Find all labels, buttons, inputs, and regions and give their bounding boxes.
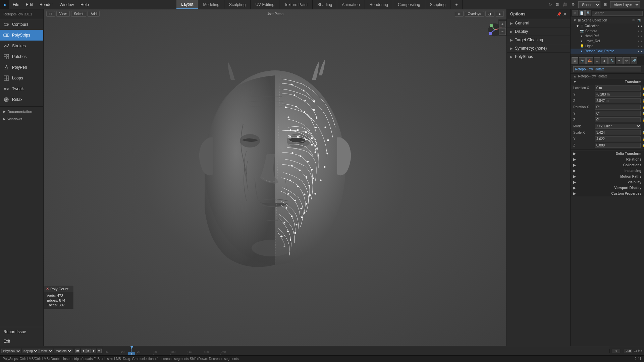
sidebar-item-relax[interactable]: Relax — [0, 94, 43, 105]
custom-properties-section[interactable]: ▶ Custom Properties — [571, 191, 644, 196]
obj-camera[interactable]: 📷 Camera ● ● — [571, 28, 644, 34]
layer-ref-eye[interactable]: ● — [638, 40, 639, 43]
tab-modeling[interactable]: Modeling — [198, 0, 224, 9]
scene-collection-eye[interactable]: 👁 — [632, 18, 635, 22]
scene-collection-header[interactable]: ▼ ⊞ Scene Collection 👁 📷 — [571, 17, 644, 23]
scale-z-lock[interactable]: 🔒 — [642, 144, 644, 147]
viewport-add-btn[interactable]: Add — [88, 11, 100, 17]
jump-end-btn[interactable]: ⏭ — [97, 349, 102, 353]
instancing-section[interactable]: ▶ Instancing — [571, 168, 644, 174]
tab-add[interactable]: + — [450, 0, 463, 9]
prop-icon-scene[interactable]: ⚙ — [572, 57, 578, 64]
viewport-menu-btn[interactable]: ⊟ — [46, 11, 55, 17]
light-eye[interactable]: ● — [638, 45, 639, 48]
viewport-shading-btn[interactable]: ◑ — [485, 11, 494, 17]
poly-count-close[interactable]: ✕ — [46, 287, 49, 291]
frp-icon-1[interactable]: ⊞ — [572, 10, 578, 16]
frp-icon-3[interactable]: 🔍 — [585, 10, 591, 16]
retopoflow-eye[interactable]: ● — [638, 50, 639, 53]
camera-icon[interactable]: 🎥 — [561, 2, 570, 7]
motion-paths-section[interactable]: ▶ Motion Paths — [571, 174, 644, 179]
start-frame-input[interactable] — [612, 349, 620, 353]
tab-compositing[interactable]: Compositing — [393, 0, 425, 9]
sidebar-item-polystrips[interactable]: PolyStrips — [0, 30, 43, 41]
timeline-ruler[interactable]: -60 -20 20 60 100 140 180 220 — [103, 346, 609, 355]
tab-uv-editing[interactable]: UV Editing — [251, 0, 279, 9]
viewport-view-btn[interactable]: View — [56, 11, 70, 17]
prev-frame-btn[interactable]: ◀ — [81, 349, 86, 353]
prop-icon-render[interactable]: 📷 — [579, 57, 586, 64]
viewport[interactable]: ⊟ View Select Add User Persp ⊕ Overlays … — [44, 9, 506, 346]
rotation-x-lock[interactable]: 🔒 — [642, 106, 644, 109]
head-ref-render[interactable]: ● — [641, 35, 643, 38]
head-ref-eye[interactable]: ● — [638, 35, 639, 38]
collections-section[interactable]: ▶ Collections — [571, 162, 644, 168]
scale-x-lock[interactable]: 🔒 — [642, 131, 644, 134]
location-z-input[interactable] — [595, 98, 641, 103]
tab-scripting[interactable]: Scripting — [425, 0, 451, 9]
sidebar-item-patches[interactable]: Patches — [0, 51, 43, 62]
collection-eye[interactable]: ● — [638, 24, 639, 28]
scale-y-input[interactable] — [595, 136, 641, 141]
options-polystrips[interactable]: ▶ PolyStrips — [507, 53, 570, 61]
menu-help[interactable]: Help — [77, 0, 92, 9]
visibility-section[interactable]: ▶ Visibility — [571, 179, 644, 185]
sidebar-report-issue[interactable]: Report Issue — [0, 327, 43, 337]
options-display[interactable]: ▶ Display — [507, 27, 570, 36]
options-close-btn[interactable]: ✕ — [563, 11, 567, 17]
tab-shading[interactable]: Shading — [313, 0, 337, 9]
location-x-lock[interactable]: 🔒 — [642, 86, 644, 90]
prop-icon-output[interactable]: 📤 — [586, 57, 593, 64]
location-z-lock[interactable]: 🔒 — [642, 99, 644, 103]
options-symmetry[interactable]: ▶ Symmetry: (none) — [507, 44, 570, 53]
collection-item[interactable]: ▼ ⊞ Collection ● ● — [571, 23, 644, 28]
viewport-select-btn[interactable]: Select — [71, 11, 87, 17]
transform-section[interactable]: ▼ Transform — [571, 79, 644, 85]
prop-icon-constraints[interactable]: 🔗 — [631, 57, 637, 64]
prop-icon-particles[interactable]: ✦ — [616, 57, 623, 64]
menu-edit[interactable]: Edit — [22, 0, 36, 9]
sidebar-exit[interactable]: Exit — [0, 337, 43, 346]
light-render[interactable]: ● — [641, 45, 643, 48]
render-image-icon[interactable]: ⊡ — [554, 2, 561, 7]
scene-collection-camera[interactable]: 📷 — [637, 18, 641, 22]
camera-eye[interactable]: ● — [638, 29, 639, 33]
sidebar-item-polypen[interactable]: PolyPen — [0, 62, 43, 73]
obj-retopoflow[interactable]: ▲ RetopoFlow_Rotate ● ● — [571, 49, 644, 54]
object-name-input[interactable] — [573, 66, 641, 72]
end-frame-input[interactable] — [624, 349, 632, 353]
scale-x-input[interactable] — [595, 130, 641, 135]
delta-transform-section[interactable]: ▶ Delta Transform — [571, 151, 644, 157]
rotation-y-input[interactable] — [595, 111, 641, 116]
frp-search-input[interactable] — [592, 11, 643, 16]
sidebar-item-contours[interactable]: Contours — [0, 19, 43, 30]
rotation-x-input[interactable] — [595, 105, 641, 110]
menu-file[interactable]: File — [9, 0, 22, 9]
zoom-in-btn[interactable]: + — [499, 21, 506, 27]
prop-icon-object[interactable]: ▲ — [601, 57, 608, 64]
camera-render[interactable]: ● — [641, 29, 643, 33]
retopoflow-render[interactable]: ● — [641, 50, 643, 53]
relations-section[interactable]: ▶ Relations — [571, 157, 644, 162]
pin-icon[interactable]: 📌 — [557, 12, 561, 16]
location-x-input[interactable] — [595, 85, 641, 90]
viewport-gizmo-btn[interactable]: ⊕ — [455, 11, 464, 17]
jump-start-btn[interactable]: ⏮ — [75, 349, 80, 353]
tab-layout[interactable]: Layout — [176, 0, 198, 9]
render-icon[interactable]: ▷ — [547, 2, 554, 7]
scale-y-lock[interactable]: 🔒 — [642, 137, 644, 141]
sidebar-windows[interactable]: ▶ Windows — [0, 115, 43, 123]
obj-light[interactable]: 💡 Light ● ● — [571, 44, 644, 49]
keying-select[interactable]: Keying — [22, 349, 39, 353]
prop-icon-view[interactable]: ⊡ — [594, 57, 600, 64]
obj-layer-ref[interactable]: ▲ Layer_Ref ● ● — [571, 39, 644, 44]
tab-animation[interactable]: Animation — [337, 0, 365, 9]
prop-icon-physics[interactable]: ⟳ — [623, 57, 630, 64]
play-btn[interactable]: ▶ — [86, 349, 91, 353]
options-target-cleaning[interactable]: ▶ Target Cleaning — [507, 36, 570, 44]
sidebar-item-tweak[interactable]: Tweak — [0, 83, 43, 94]
playback-select[interactable]: Playback — [1, 349, 21, 353]
menu-render[interactable]: Render — [36, 0, 56, 9]
scale-z-input[interactable] — [595, 143, 641, 148]
view-select[interactable]: View — [39, 349, 53, 353]
